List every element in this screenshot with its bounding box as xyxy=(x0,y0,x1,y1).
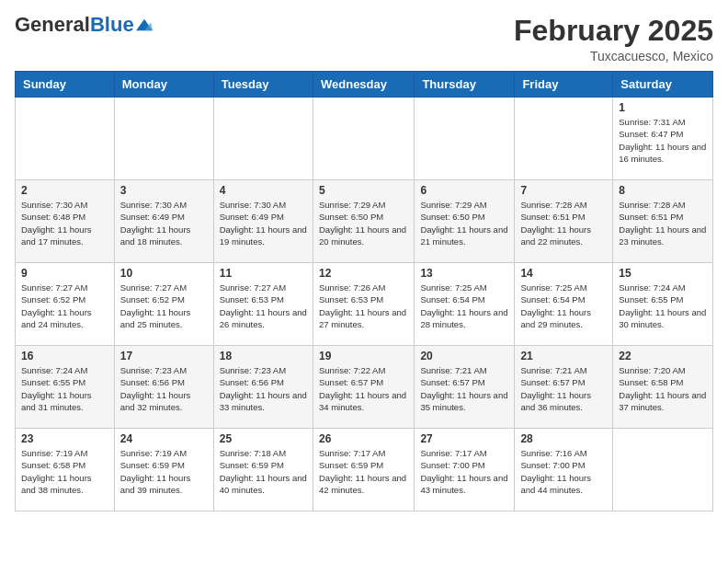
day-info: Sunrise: 7:27 AM Sunset: 6:52 PM Dayligh… xyxy=(120,282,208,330)
day-info: Sunrise: 7:16 AM Sunset: 7:00 PM Dayligh… xyxy=(520,447,607,496)
calendar-cell: 22Sunrise: 7:20 AM Sunset: 6:58 PM Dayli… xyxy=(613,346,713,429)
day-info: Sunrise: 7:24 AM Sunset: 6:55 PM Dayligh… xyxy=(21,364,108,413)
calendar-cell: 8Sunrise: 7:28 AM Sunset: 6:51 PM Daylig… xyxy=(613,180,713,263)
location: Tuxcacuesco, Mexico xyxy=(514,49,713,63)
day-header-saturday: Saturday xyxy=(613,72,713,98)
day-header-sunday: Sunday xyxy=(16,72,115,98)
day-info: Sunrise: 7:17 AM Sunset: 6:59 PM Dayligh… xyxy=(319,447,408,496)
logo-icon xyxy=(136,18,153,31)
page-header: GeneralBlue February 2025 Tuxcacuesco, M… xyxy=(15,15,713,63)
month-title: February 2025 xyxy=(514,15,713,47)
calendar-cell: 5Sunrise: 7:29 AM Sunset: 6:50 PM Daylig… xyxy=(313,180,414,263)
calendar-cell: 26Sunrise: 7:17 AM Sunset: 6:59 PM Dayli… xyxy=(313,429,414,511)
day-number: 14 xyxy=(520,267,607,280)
calendar-cell: 11Sunrise: 7:27 AM Sunset: 6:53 PM Dayli… xyxy=(213,263,313,346)
day-info: Sunrise: 7:25 AM Sunset: 6:54 PM Dayligh… xyxy=(520,282,607,330)
day-number: 28 xyxy=(520,432,607,445)
day-number: 22 xyxy=(619,350,707,362)
calendar-cell: 3Sunrise: 7:30 AM Sunset: 6:49 PM Daylig… xyxy=(114,180,213,263)
day-number: 11 xyxy=(220,267,307,280)
day-info: Sunrise: 7:17 AM Sunset: 7:00 PM Dayligh… xyxy=(420,447,508,496)
calendar-cell: 27Sunrise: 7:17 AM Sunset: 7:00 PM Dayli… xyxy=(415,429,515,511)
day-info: Sunrise: 7:27 AM Sunset: 6:53 PM Dayligh… xyxy=(220,282,307,330)
title-area: February 2025 Tuxcacuesco, Mexico xyxy=(514,15,713,63)
calendar-cell: 12Sunrise: 7:26 AM Sunset: 6:53 PM Dayli… xyxy=(313,263,414,346)
calendar-week-2: 2Sunrise: 7:30 AM Sunset: 6:48 PM Daylig… xyxy=(16,180,713,263)
day-info: Sunrise: 7:28 AM Sunset: 6:51 PM Dayligh… xyxy=(520,199,607,247)
day-number: 9 xyxy=(21,267,108,280)
day-info: Sunrise: 7:29 AM Sunset: 6:50 PM Dayligh… xyxy=(319,199,408,247)
logo-text: GeneralBlue xyxy=(15,15,134,35)
calendar-cell: 1Sunrise: 7:31 AM Sunset: 6:47 PM Daylig… xyxy=(613,98,713,180)
day-info: Sunrise: 7:30 AM Sunset: 6:49 PM Dayligh… xyxy=(120,199,208,247)
day-info: Sunrise: 7:30 AM Sunset: 6:49 PM Dayligh… xyxy=(220,199,307,247)
calendar-cell xyxy=(415,98,515,180)
calendar-cell xyxy=(613,429,713,511)
calendar-cell: 2Sunrise: 7:30 AM Sunset: 6:48 PM Daylig… xyxy=(16,180,115,263)
day-number: 27 xyxy=(420,432,508,445)
day-info: Sunrise: 7:27 AM Sunset: 6:52 PM Dayligh… xyxy=(21,282,108,330)
day-info: Sunrise: 7:28 AM Sunset: 6:51 PM Dayligh… xyxy=(619,199,707,247)
calendar-week-3: 9Sunrise: 7:27 AM Sunset: 6:52 PM Daylig… xyxy=(16,263,713,346)
calendar-cell: 17Sunrise: 7:23 AM Sunset: 6:56 PM Dayli… xyxy=(114,346,213,429)
day-number: 1 xyxy=(619,101,707,114)
calendar-cell: 21Sunrise: 7:21 AM Sunset: 6:57 PM Dayli… xyxy=(515,346,613,429)
day-info: Sunrise: 7:21 AM Sunset: 6:57 PM Dayligh… xyxy=(420,364,508,413)
day-info: Sunrise: 7:25 AM Sunset: 6:54 PM Dayligh… xyxy=(420,282,508,330)
logo-general: General xyxy=(15,13,90,36)
calendar-cell xyxy=(114,98,213,180)
day-number: 13 xyxy=(420,267,508,280)
day-number: 2 xyxy=(21,184,108,197)
day-header-tuesday: Tuesday xyxy=(213,72,313,98)
logo: GeneralBlue xyxy=(15,15,153,35)
calendar-week-5: 23Sunrise: 7:19 AM Sunset: 6:58 PM Dayli… xyxy=(16,429,713,511)
calendar-week-4: 16Sunrise: 7:24 AM Sunset: 6:55 PM Dayli… xyxy=(16,346,713,429)
calendar-cell xyxy=(313,98,414,180)
day-number: 7 xyxy=(520,184,607,197)
day-info: Sunrise: 7:19 AM Sunset: 6:59 PM Dayligh… xyxy=(120,447,208,496)
calendar-cell: 13Sunrise: 7:25 AM Sunset: 6:54 PM Dayli… xyxy=(415,263,515,346)
calendar-cell: 15Sunrise: 7:24 AM Sunset: 6:55 PM Dayli… xyxy=(613,263,713,346)
day-number: 16 xyxy=(21,350,108,362)
calendar-cell xyxy=(16,98,115,180)
day-info: Sunrise: 7:23 AM Sunset: 6:56 PM Dayligh… xyxy=(220,364,307,413)
day-info: Sunrise: 7:19 AM Sunset: 6:58 PM Dayligh… xyxy=(21,447,108,496)
day-number: 5 xyxy=(319,184,408,197)
day-number: 15 xyxy=(619,267,707,280)
calendar-cell: 6Sunrise: 7:29 AM Sunset: 6:50 PM Daylig… xyxy=(415,180,515,263)
day-number: 25 xyxy=(220,432,307,445)
day-number: 3 xyxy=(120,184,208,197)
day-info: Sunrise: 7:30 AM Sunset: 6:48 PM Dayligh… xyxy=(21,199,108,247)
day-number: 21 xyxy=(520,350,607,362)
day-number: 19 xyxy=(319,350,408,362)
day-number: 20 xyxy=(420,350,508,362)
day-number: 12 xyxy=(319,267,408,280)
day-info: Sunrise: 7:31 AM Sunset: 6:47 PM Dayligh… xyxy=(619,116,707,165)
calendar-cell xyxy=(213,98,313,180)
day-info: Sunrise: 7:22 AM Sunset: 6:57 PM Dayligh… xyxy=(319,364,408,413)
calendar-cell: 16Sunrise: 7:24 AM Sunset: 6:55 PM Dayli… xyxy=(16,346,115,429)
calendar-cell: 19Sunrise: 7:22 AM Sunset: 6:57 PM Dayli… xyxy=(313,346,414,429)
day-number: 10 xyxy=(120,267,208,280)
day-info: Sunrise: 7:23 AM Sunset: 6:56 PM Dayligh… xyxy=(120,364,208,413)
day-info: Sunrise: 7:20 AM Sunset: 6:58 PM Dayligh… xyxy=(619,364,707,413)
calendar-cell: 9Sunrise: 7:27 AM Sunset: 6:52 PM Daylig… xyxy=(16,263,115,346)
calendar-cell: 4Sunrise: 7:30 AM Sunset: 6:49 PM Daylig… xyxy=(213,180,313,263)
day-number: 17 xyxy=(120,350,208,362)
day-number: 24 xyxy=(120,432,208,445)
day-number: 23 xyxy=(21,432,108,445)
calendar-cell: 24Sunrise: 7:19 AM Sunset: 6:59 PM Dayli… xyxy=(114,429,213,511)
day-number: 26 xyxy=(319,432,408,445)
calendar-header-row: SundayMondayTuesdayWednesdayThursdayFrid… xyxy=(16,72,713,98)
day-info: Sunrise: 7:21 AM Sunset: 6:57 PM Dayligh… xyxy=(520,364,607,413)
day-info: Sunrise: 7:24 AM Sunset: 6:55 PM Dayligh… xyxy=(619,282,707,330)
day-info: Sunrise: 7:29 AM Sunset: 6:50 PM Dayligh… xyxy=(420,199,508,247)
day-number: 4 xyxy=(220,184,307,197)
day-header-thursday: Thursday xyxy=(415,72,515,98)
day-number: 8 xyxy=(619,184,707,197)
day-header-friday: Friday xyxy=(515,72,613,98)
calendar-cell: 10Sunrise: 7:27 AM Sunset: 6:52 PM Dayli… xyxy=(114,263,213,346)
day-header-wednesday: Wednesday xyxy=(313,72,414,98)
calendar-cell: 18Sunrise: 7:23 AM Sunset: 6:56 PM Dayli… xyxy=(213,346,313,429)
calendar-cell: 28Sunrise: 7:16 AM Sunset: 7:00 PM Dayli… xyxy=(515,429,613,511)
